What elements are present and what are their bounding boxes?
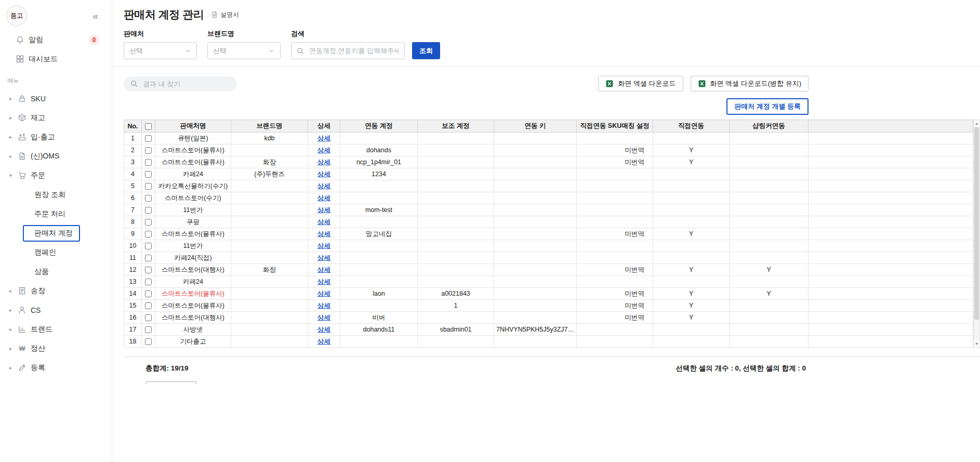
cell-direct[interactable] (653, 324, 730, 336)
cell-sub-account[interactable] (418, 204, 494, 216)
cell-sub-account[interactable]: 1 (418, 300, 494, 312)
sidebar-subitem[interactable]: 원장 조회 (0, 185, 112, 204)
cell-shoplinker[interactable] (730, 204, 809, 216)
cell-direct[interactable] (653, 240, 730, 252)
detail-link[interactable]: 상세 (317, 182, 330, 190)
cell-shoplinker[interactable] (730, 228, 809, 240)
column-key[interactable]: 연동 키 (494, 120, 577, 133)
detail-link[interactable]: 상세 (317, 147, 330, 154)
cell-brand[interactable]: 화장 (231, 156, 308, 168)
cell-shoplinker[interactable] (730, 240, 809, 252)
cell-sku-match[interactable] (577, 276, 653, 288)
detail-link[interactable]: 상세 (317, 290, 330, 297)
detail-link[interactable]: 상세 (317, 206, 330, 214)
cell-key[interactable] (494, 240, 577, 252)
cell-direct[interactable]: Y (653, 264, 730, 276)
cell-sku-match[interactable] (577, 216, 653, 228)
cell-account[interactable]: ncp_1p4mir_01 (340, 156, 418, 168)
cell-seller[interactable]: 큐텐(일본) (155, 133, 231, 144)
cell-brand[interactable] (231, 228, 308, 240)
row-checkbox[interactable] (145, 267, 152, 273)
cell-sub-account[interactable] (418, 312, 494, 324)
detail-link[interactable]: 상세 (317, 218, 330, 226)
cell-sku-match[interactable]: 미번역 (577, 312, 653, 324)
cell-account[interactable]: 망고네집 (340, 228, 418, 240)
cell-account[interactable] (340, 300, 418, 312)
cell-no[interactable]: 10 (124, 240, 142, 252)
cell-direct[interactable] (653, 168, 730, 180)
search-submit-button[interactable]: 조회 (412, 42, 440, 59)
detail-link[interactable]: 상세 (317, 302, 330, 309)
cell-sku-match[interactable]: 미번역 (577, 300, 653, 312)
sidebar-item-trend[interactable]: ▸트렌드 (0, 320, 112, 339)
cell-brand[interactable] (231, 336, 308, 348)
cell-shoplinker[interactable] (730, 216, 809, 228)
row-checkbox[interactable] (145, 159, 152, 166)
cell-direct[interactable] (653, 192, 730, 204)
sidebar-subitem[interactable]: 주문 처리 (0, 204, 112, 223)
cell-account[interactable] (340, 276, 418, 288)
cell-seller[interactable]: 스마트스토어(물류사) (155, 228, 231, 240)
cell-sku-match[interactable]: 미번역 (577, 144, 653, 156)
cell-direct[interactable] (653, 133, 730, 144)
scroll-up-icon[interactable]: ▲ (974, 120, 979, 127)
cell-sku-match[interactable] (577, 324, 653, 336)
cell-direct[interactable]: Y (653, 228, 730, 240)
cell-account[interactable] (340, 216, 418, 228)
cell-brand[interactable]: 화장 (231, 264, 308, 276)
cell-select[interactable] (142, 204, 155, 216)
sidebar-item-dashboard[interactable]: 대시보드 (0, 49, 112, 69)
cell-no[interactable]: 6 (124, 192, 142, 204)
cell-no[interactable]: 13 (124, 276, 142, 288)
detail-link[interactable]: 상세 (317, 266, 330, 273)
cell-brand[interactable] (231, 288, 308, 300)
cell-seller[interactable]: 스마트스토어(물류사) (155, 288, 231, 300)
detail-link[interactable]: 상세 (317, 242, 330, 249)
cell-account[interactable]: 1234 (340, 168, 418, 180)
cell-sub-account[interactable] (418, 144, 494, 156)
cell-key[interactable] (494, 336, 577, 348)
sidebar-item-sku[interactable]: ▸SKU (0, 89, 112, 108)
cell-shoplinker[interactable] (730, 336, 809, 348)
row-checkbox[interactable] (145, 219, 152, 226)
brand-select[interactable]: 선택 (207, 42, 281, 59)
cell-shoplinker[interactable] (730, 276, 809, 288)
find-in-results-input[interactable] (142, 80, 231, 88)
cell-key[interactable] (494, 312, 577, 324)
column-account[interactable]: 연동 계정 (340, 120, 418, 133)
cell-account[interactable]: 비버 (340, 312, 418, 324)
cell-brand[interactable] (231, 276, 308, 288)
cell-sku-match[interactable] (577, 168, 653, 180)
cell-key[interactable] (494, 180, 577, 192)
table-scrollbar[interactable]: ▲ ▼ (973, 120, 980, 348)
cell-sku-match[interactable]: 미번역 (577, 288, 653, 300)
cell-key[interactable] (494, 228, 577, 240)
detail-link[interactable]: 상세 (317, 338, 330, 345)
cell-account[interactable] (340, 133, 418, 144)
cell-select[interactable] (142, 312, 155, 324)
cell-account[interactable] (340, 252, 418, 264)
row-checkbox[interactable] (145, 183, 152, 190)
excel-download-merge-button[interactable]: 화면 엑셀 다운로드(병합 유지) (691, 76, 809, 91)
row-checkbox[interactable] (145, 338, 152, 345)
cell-sub-account[interactable] (418, 216, 494, 228)
cell-seller[interactable]: 11번가 (155, 204, 231, 216)
cell-sub-account[interactable] (418, 276, 494, 288)
cell-direct[interactable]: Y (653, 144, 730, 156)
cell-sub-account[interactable] (418, 240, 494, 252)
cell-sku-match[interactable] (577, 336, 653, 348)
cell-seller[interactable]: 사방넷 (155, 324, 231, 336)
column-seller[interactable]: 판매처명 (155, 120, 231, 133)
row-checkbox[interactable] (145, 326, 152, 333)
column-sku-match[interactable]: 직접연동 SKU매칭 설정 (577, 120, 653, 133)
cell-account[interactable]: mom-test (340, 204, 418, 216)
cell-seller[interactable]: 쿠팡 (155, 216, 231, 228)
cell-select[interactable] (142, 288, 155, 300)
cell-key[interactable] (494, 168, 577, 180)
cell-no[interactable]: 15 (124, 300, 142, 312)
sidebar-item-cs[interactable]: ▸CS (0, 300, 112, 320)
cell-account[interactable]: laon (340, 288, 418, 300)
cell-sub-account[interactable] (418, 168, 494, 180)
cell-no[interactable]: 4 (124, 168, 142, 180)
row-checkbox[interactable] (145, 231, 152, 237)
